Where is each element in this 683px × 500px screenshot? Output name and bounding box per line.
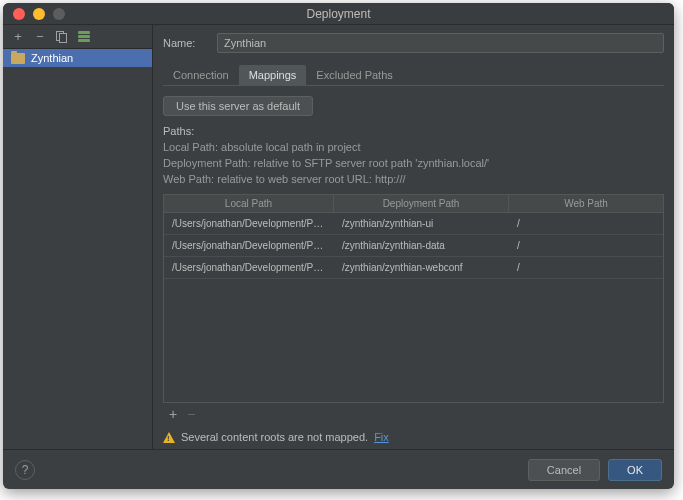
- remove-row-button[interactable]: −: [187, 407, 195, 421]
- main-area: + − Zynthian Name:: [3, 25, 674, 449]
- cell-web: /: [509, 235, 663, 256]
- cell-local: /Users/jonathan/Development/Pycha…: [164, 257, 334, 278]
- table-header: Local Path Deployment Path Web Path: [164, 195, 663, 213]
- sidebar-item-zynthian[interactable]: Zynthian: [3, 49, 152, 67]
- table-row[interactable]: /Users/jonathan/Development/Pycha… /zynt…: [164, 213, 663, 235]
- cell-local: /Users/jonathan/Development/Pycha…: [164, 213, 334, 234]
- server-status-button[interactable]: [77, 30, 91, 44]
- deployment-dialog: Deployment + − Zynthian: [3, 3, 674, 489]
- add-server-button[interactable]: +: [11, 30, 25, 44]
- cell-deploy: /zynthian/zynthian-ui: [334, 213, 509, 234]
- tab-excluded-paths[interactable]: Excluded Paths: [306, 65, 402, 85]
- deployment-path-hint: Deployment Path: relative to SFTP server…: [163, 156, 664, 172]
- titlebar: Deployment: [3, 3, 674, 25]
- ok-button[interactable]: OK: [608, 459, 662, 481]
- th-local-path: Local Path: [164, 195, 334, 212]
- server-list: Zynthian: [3, 49, 152, 449]
- cell-deploy: /zynthian/zynthian-data: [334, 235, 509, 256]
- warning-row: Several content roots are not mapped. Fi…: [163, 425, 664, 449]
- cell-local: /Users/jonathan/Development/Pycha…: [164, 235, 334, 256]
- dialog-footer: ? Cancel OK: [3, 449, 674, 489]
- sidebar-item-label: Zynthian: [31, 52, 73, 64]
- copy-icon: [56, 31, 68, 43]
- th-web-path: Web Path: [509, 195, 663, 212]
- window-title: Deployment: [3, 7, 674, 21]
- folder-icon: [11, 53, 25, 64]
- table-row[interactable]: /Users/jonathan/Development/Pycha… /zynt…: [164, 257, 663, 279]
- cell-web: /: [509, 257, 663, 278]
- server-icon: [78, 31, 90, 43]
- footer-buttons: Cancel OK: [528, 459, 662, 481]
- tab-connection[interactable]: Connection: [163, 65, 239, 85]
- name-label: Name:: [163, 37, 205, 49]
- th-deployment-path: Deployment Path: [334, 195, 509, 212]
- cell-deploy: /zynthian/zynthian-webconf: [334, 257, 509, 278]
- copy-server-button[interactable]: [55, 30, 69, 44]
- cell-web: /: [509, 213, 663, 234]
- table-body: /Users/jonathan/Development/Pycha… /zynt…: [164, 213, 663, 402]
- web-path-hint: Web Path: relative to web server root UR…: [163, 172, 664, 188]
- sidebar-toolbar: + −: [3, 25, 152, 49]
- add-row-button[interactable]: +: [169, 407, 177, 421]
- mappings-table: Local Path Deployment Path Web Path /Use…: [163, 194, 664, 403]
- tab-mappings[interactable]: Mappings: [239, 65, 307, 85]
- fix-link[interactable]: Fix: [374, 431, 389, 443]
- table-row[interactable]: /Users/jonathan/Development/Pycha… /zynt…: [164, 235, 663, 257]
- sidebar: + − Zynthian: [3, 25, 153, 449]
- paths-hints: Paths: Local Path: absolute local path i…: [163, 124, 664, 188]
- row-toolbar: + −: [163, 403, 664, 425]
- content-panel: Name: Connection Mappings Excluded Paths…: [153, 25, 674, 449]
- server-name-input[interactable]: [217, 33, 664, 53]
- paths-heading: Paths:: [163, 124, 664, 140]
- warning-icon: [163, 432, 175, 443]
- local-path-hint: Local Path: absolute local path in proje…: [163, 140, 664, 156]
- remove-server-button[interactable]: −: [33, 30, 47, 44]
- cancel-button[interactable]: Cancel: [528, 459, 600, 481]
- warning-text: Several content roots are not mapped.: [181, 431, 368, 443]
- use-as-default-button[interactable]: Use this server as default: [163, 96, 313, 116]
- help-button[interactable]: ?: [15, 460, 35, 480]
- tabs: Connection Mappings Excluded Paths: [163, 65, 664, 86]
- name-row: Name:: [163, 33, 664, 53]
